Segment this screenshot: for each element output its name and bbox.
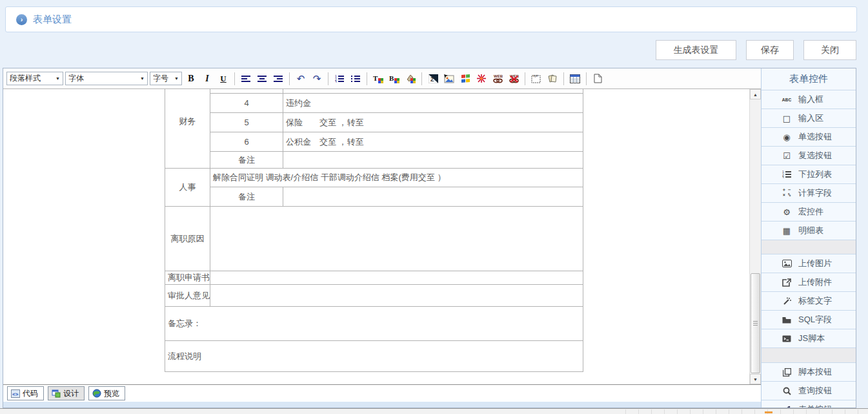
sidebar-item-input-area[interactable]: □ 输入区 [762,109,856,128]
pages-button[interactable] [545,72,560,86]
unordered-list-button[interactable] [348,72,363,86]
resign-letter-cell[interactable]: 离职申请书 [165,271,210,285]
grid-icon: ▦ [781,227,792,235]
ordered-list-button[interactable]: 123 [332,72,347,86]
sidebar-item-sql-field[interactable]: SQL字段 [762,311,856,329]
sidebar-item-upload-image[interactable]: 上传图片 [762,254,856,273]
insert-image-button[interactable] [442,72,456,86]
sidebar-item-macro-control[interactable]: ⚙ 宏控件 [762,203,856,222]
underline-button[interactable]: U [216,72,230,86]
sidebar-item-script-button[interactable]: 脚本按钮 [762,363,856,382]
scroll-down-button[interactable]: ▼ [750,374,761,384]
memo-cell[interactable]: 备忘录： [165,307,583,341]
new-document-button[interactable] [590,72,605,86]
sidebar-item-calc-field[interactable]: + −× % 计算字段 [762,184,856,203]
table-row: 备注 [165,152,583,169]
media-button[interactable] [458,72,472,86]
sidebar-item-label: 明细表 [798,225,823,236]
sidebar-item-radio-button[interactable]: ◉ 单选按钮 [762,128,856,147]
xyz-note-icon: xyz [531,74,541,83]
table-cell[interactable]: 公积金 交至 ，转至 [283,132,583,152]
text-color-button[interactable]: T [371,72,385,86]
table-cell[interactable]: 备注 [210,187,283,207]
editor-vertical-scrollbar[interactable]: ▲ ▼ [749,89,761,384]
sidebar-item-label: 下拉列表 [798,169,832,180]
sidebar-item-checkbox[interactable]: ☑ 复选按钮 [762,147,856,165]
save-button[interactable]: 保存 [746,40,794,60]
undo-icon: ↶ [297,74,305,83]
redo-button[interactable]: ↷ [310,72,324,86]
tab-preview-label: 预览 [104,388,119,399]
table-row: 流程说明 [165,341,583,372]
align-center-icon [257,75,267,83]
web-link-icon: WEB [492,74,503,83]
table-icon [570,74,580,83]
table-cell[interactable]: 解除合同证明 调动表/介绍信 干部调动介绍信 档案(费用交至 ） [210,169,583,187]
anchor-button[interactable]: xyz [529,72,543,86]
flash-button[interactable]: Z [426,72,440,86]
align-right-button[interactable] [271,72,285,86]
font-size-label: 字号 [153,73,168,84]
table-cell[interactable]: 4 [210,94,283,113]
fill-color-button[interactable] [403,72,418,86]
table-cell[interactable] [283,187,583,207]
scrollbar-thumb[interactable] [751,273,760,373]
tab-code-label: 代码 [23,388,38,399]
table-cell[interactable]: 备注 [210,152,283,169]
toolbar-separator [563,72,564,85]
starburst-icon [476,74,487,83]
generate-table-settings-button[interactable]: 生成表设置 [656,40,736,60]
tab-code[interactable]: <> 代码 [7,386,44,400]
hr-section-cell[interactable]: 人事 [165,169,210,207]
font-family-select[interactable]: 字体 ▼ [65,72,148,85]
insert-link-button[interactable]: WEB [490,72,505,86]
sidebar-item-form-button[interactable]: 表单按钮 [762,400,856,408]
table-cell[interactable]: 保险 交至 ，转至 [283,113,583,132]
design-canvas[interactable]: 财务 4 违约金 5 保险 交至 ，转至 6 公积金 交至 ，转至 [3,89,749,384]
table-cell[interactable] [283,152,583,169]
align-left-button[interactable] [239,72,253,86]
bold-button[interactable]: B [184,72,198,86]
pages-icon [547,74,558,83]
scroll-up-button[interactable]: ▲ [750,89,761,99]
align-center-button[interactable] [255,72,269,86]
sidebar-item-dropdown-list[interactable]: 123 下拉列表 [762,165,856,184]
toolbar-separator [367,72,367,85]
table-cell[interactable]: 6 [210,132,283,152]
finance-section-cell[interactable]: 财务 [165,89,210,169]
font-size-select[interactable]: 字号 ▼ [150,72,182,85]
italic-button[interactable]: I [200,72,214,86]
sidebar-item-query-button[interactable]: 查询按钮 [762,382,856,400]
chevron-down-icon: ▼ [56,76,60,81]
toolbar-separator [525,72,525,85]
table-cell[interactable] [210,271,583,285]
sidebar-item-upload-attachment[interactable]: 上传附件 [762,273,856,292]
flow-description-cell[interactable]: 流程说明 [165,341,583,372]
background-color-button[interactable]: B [387,72,401,86]
resign-reason-cell[interactable]: 离职原因 [165,207,210,271]
sidebar-item-detail-table[interactable]: ▦ 明细表 [762,222,856,240]
sidebar-item-label: 输入区 [798,112,823,124]
form-design-table: 财务 4 违约金 5 保险 交至 ，转至 6 公积金 交至 ，转至 [165,89,583,372]
table-cell[interactable]: 5 [210,113,283,132]
sidebar-item-input-box[interactable]: ABC 输入框 [762,90,856,109]
calculation-icon: + −× % [781,188,792,198]
undo-button[interactable]: ↶ [294,72,308,86]
italic-icon: I [205,74,208,84]
table-cell[interactable]: 违约金 [283,94,583,113]
approver-opinion-cell[interactable]: 审批人意见 [165,285,210,307]
svg-text:3: 3 [782,176,784,178]
tab-preview[interactable]: 预览 [88,386,125,400]
sidebar-item-label-text[interactable]: 标签文字 [762,292,856,311]
insert-table-button[interactable] [568,72,582,86]
tab-design[interactable]: 设计 [48,386,85,400]
sidebar-item-js-script[interactable]: JS脚本 [762,329,856,348]
abc-input-icon: ABC [781,97,792,103]
remove-link-button[interactable]: WEB [507,72,521,86]
toolbar-separator [234,72,235,85]
table-cell[interactable] [210,285,583,307]
close-button[interactable]: 关闭 [803,40,856,60]
table-cell[interactable] [210,207,583,271]
flash-insert-button[interactable] [474,72,489,86]
paragraph-style-select[interactable]: 段落样式 ▼ [6,72,63,85]
